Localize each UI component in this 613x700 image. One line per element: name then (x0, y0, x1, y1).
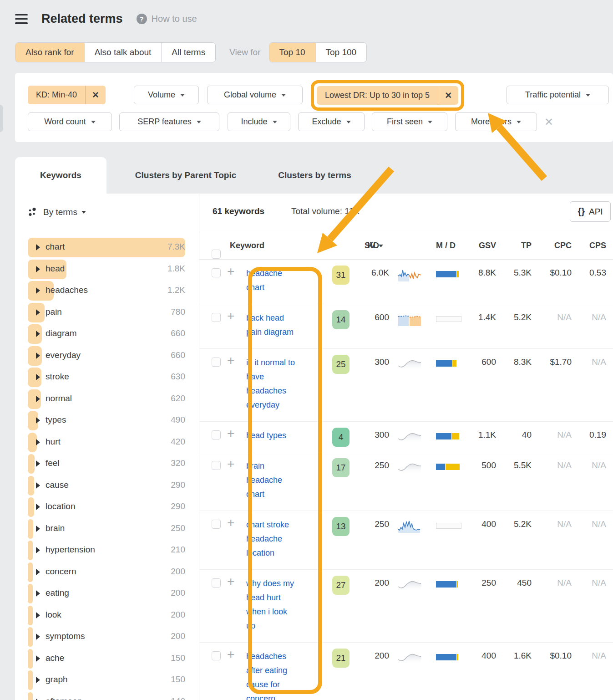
add-to-list-icon[interactable]: + (227, 353, 234, 368)
expand-triangle-icon[interactable] (36, 460, 40, 467)
sidebar-term-brain[interactable]: brain250 (15, 519, 199, 539)
expand-triangle-icon[interactable] (36, 547, 40, 553)
row-checkbox[interactable] (212, 651, 221, 660)
expand-triangle-icon[interactable] (36, 309, 40, 316)
sidebar-term-ache[interactable]: ache150 (15, 649, 199, 669)
sidebar-term-types[interactable]: types490 (15, 411, 199, 430)
sidebar-term-head[interactable]: head1.8K (15, 260, 199, 279)
col-gsv[interactable]: GSV (461, 241, 496, 250)
sidebar-term-afternoon[interactable]: afternoon140 (15, 692, 199, 700)
row-checkbox[interactable] (212, 461, 221, 470)
expand-triangle-icon[interactable] (36, 655, 40, 662)
filter-lowest-dr-label[interactable]: Lowest DR: Up to 30 in top 5 (317, 86, 438, 105)
expand-triangle-icon[interactable] (36, 482, 40, 489)
expand-triangle-icon[interactable] (36, 612, 40, 618)
row-checkbox[interactable] (212, 430, 221, 439)
sidebar-term-pain[interactable]: pain780 (15, 303, 199, 322)
col-tp[interactable]: TP (501, 241, 532, 250)
sidebar-term-symptoms[interactable]: symptoms200 (15, 627, 199, 647)
expand-triangle-icon[interactable] (36, 374, 40, 380)
filter-word-count-button[interactable]: Word count (28, 112, 112, 131)
add-to-list-icon[interactable]: + (227, 457, 234, 471)
expand-triangle-icon[interactable] (36, 569, 40, 575)
hamburger-menu-icon[interactable] (15, 14, 28, 24)
col-sv[interactable]: SV (350, 241, 383, 250)
col-keyword[interactable]: Keyword (230, 241, 264, 250)
how-to-use[interactable]: ? How to use (137, 14, 197, 24)
keyword-link[interactable]: headaches after eating cause for concern (246, 649, 297, 700)
expand-triangle-icon[interactable] (36, 634, 40, 640)
tab-clusters-by-parent-topic[interactable]: Clusters by Parent Topic (119, 157, 253, 194)
add-to-list-icon[interactable]: + (227, 516, 234, 530)
group-by-terms-dropdown[interactable]: By terms (28, 207, 86, 217)
tab-also-talk-about[interactable]: Also talk about (84, 43, 162, 62)
api-button[interactable]: {} API (570, 201, 611, 222)
sidebar-term-headaches[interactable]: headaches1.2K (15, 281, 199, 301)
keyword-link[interactable]: chart stroke headache location (246, 518, 297, 560)
expand-triangle-icon[interactable] (36, 266, 40, 272)
expand-triangle-icon[interactable] (36, 504, 40, 510)
expand-triangle-icon[interactable] (36, 677, 40, 683)
row-checkbox[interactable] (212, 358, 221, 367)
tab-all-terms[interactable]: All terms (161, 43, 215, 62)
sidebar-term-stroke[interactable]: stroke630 (15, 368, 199, 387)
sidebar-term-cause[interactable]: cause290 (15, 476, 199, 496)
keyword-link[interactable]: brain headache chart (246, 459, 297, 501)
sidebar-term-normal[interactable]: normal620 (15, 389, 199, 409)
col-cpc[interactable]: CPC (537, 241, 572, 250)
expand-triangle-icon[interactable] (36, 287, 40, 294)
keyword-link[interactable]: is it normal to have headaches everyday (246, 356, 297, 412)
filter-include-button[interactable]: Include (228, 112, 290, 131)
filter-serp-features-button[interactable]: SERP features (119, 112, 219, 131)
tab-top-10[interactable]: Top 10 (269, 43, 315, 62)
filter-exclude-button[interactable]: Exclude (298, 112, 365, 131)
sidebar-term-feel[interactable]: feel320 (15, 454, 199, 474)
keyword-link[interactable]: head types (246, 429, 297, 443)
sidebar-term-eating[interactable]: eating200 (15, 584, 199, 603)
filter-traffic-potential-button[interactable]: Traffic potential (507, 86, 609, 104)
filter-global-volume-button[interactable]: Global volume (207, 86, 303, 104)
expand-triangle-icon[interactable] (36, 417, 40, 424)
row-checkbox[interactable] (212, 268, 221, 277)
expand-triangle-icon[interactable] (36, 244, 40, 250)
add-to-list-icon[interactable]: + (227, 426, 234, 441)
add-to-list-icon[interactable]: + (227, 647, 234, 662)
expand-triangle-icon[interactable] (36, 526, 40, 532)
sidebar-term-hypertension[interactable]: hypertension210 (15, 541, 199, 560)
col-cps[interactable]: CPS (573, 241, 606, 250)
expand-triangle-icon[interactable] (36, 331, 40, 337)
keyword-link[interactable]: why does my head hurt when i look up (246, 577, 297, 633)
sidebar-term-everyday[interactable]: everyday660 (15, 346, 199, 366)
col-md[interactable]: M / D (436, 241, 456, 250)
filter-first-seen-button[interactable]: First seen (372, 112, 447, 131)
filter-volume-button[interactable]: Volume (134, 86, 199, 104)
filter-kd-label[interactable]: KD: Min-40 (28, 86, 85, 104)
add-to-list-icon[interactable]: + (227, 574, 234, 589)
expand-triangle-icon[interactable] (36, 590, 40, 597)
row-checkbox[interactable] (212, 313, 221, 322)
filter-kd-applied[interactable]: KD: Min-40 ✕ (28, 86, 106, 104)
expand-triangle-icon[interactable] (36, 439, 40, 445)
clear-filters-icon[interactable]: ✕ (544, 112, 553, 131)
tab-keywords[interactable]: Keywords (15, 157, 106, 194)
row-checkbox[interactable] (212, 520, 221, 529)
sidebar-term-look[interactable]: look200 (15, 606, 199, 625)
sidebar-term-concern[interactable]: concern200 (15, 562, 199, 582)
tab-clusters-by-terms[interactable]: Clusters by terms (262, 157, 368, 194)
expand-triangle-icon[interactable] (36, 396, 40, 402)
row-checkbox[interactable] (212, 578, 221, 588)
sidebar-term-hurt[interactable]: hurt420 (15, 433, 199, 452)
expand-triangle-icon[interactable] (36, 699, 40, 700)
sidebar-term-diagram[interactable]: diagram660 (15, 324, 199, 344)
sidebar-term-location[interactable]: location290 (15, 497, 199, 517)
keyword-link[interactable]: headache chart (246, 266, 297, 295)
tab-also-rank-for[interactable]: Also rank for (15, 43, 84, 62)
add-to-list-icon[interactable]: + (227, 264, 234, 279)
add-to-list-icon[interactable]: + (227, 309, 234, 323)
select-all-checkbox[interactable] (212, 250, 221, 259)
sidebar-term-chart[interactable]: chart7.3K (15, 238, 199, 257)
filter-kd-remove-icon[interactable]: ✕ (85, 86, 106, 104)
sidebar-term-graph[interactable]: graph150 (15, 670, 199, 690)
tab-top-100[interactable]: Top 100 (315, 43, 367, 62)
expand-triangle-icon[interactable] (36, 353, 40, 359)
